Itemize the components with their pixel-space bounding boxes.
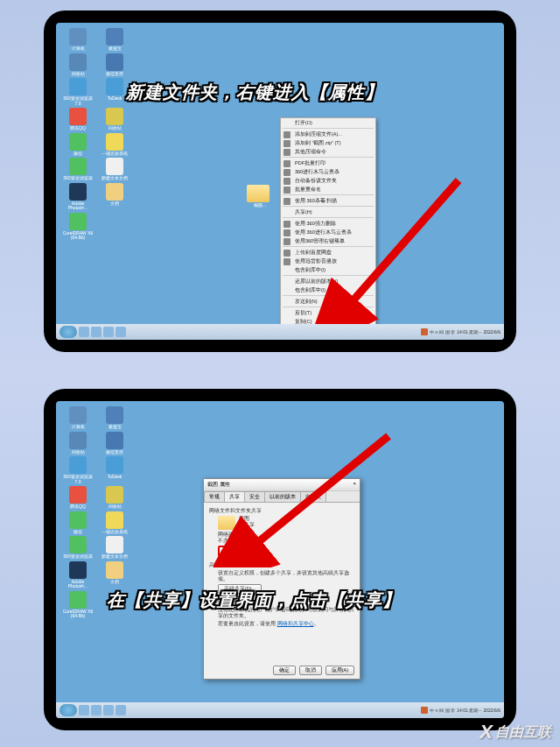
menu-item[interactable]: 其他压缩命令: [281, 147, 375, 156]
taskbar-icon[interactable]: [103, 327, 114, 337]
desktop-icon[interactable]: 360安全浏览器7.0: [61, 78, 94, 106]
desktop-icon[interactable]: 微信: [61, 511, 94, 535]
tray-text: 中 ⊙ 回 国 学: [430, 329, 456, 335]
taskbar-icon[interactable]: [91, 327, 102, 337]
app-icon: [69, 28, 87, 46]
desktop-icon[interactable]: 360安全浏览器7.0: [61, 456, 94, 484]
menu-item[interactable]: 添加到压缩文件(A)...: [281, 130, 375, 138]
desktop-icon[interactable]: 新建文本文档: [98, 536, 131, 560]
app-icon: [106, 53, 123, 71]
desktop-icon[interactable]: 一键还原系统: [98, 511, 131, 535]
menu-item[interactable]: 包含到库中(I): [281, 285, 375, 294]
app-icon: [69, 108, 87, 125]
tray-icon[interactable]: [421, 328, 428, 335]
desktop-icon[interactable]: 腾讯QQ: [61, 486, 94, 510]
app-icon: [106, 158, 123, 175]
desktop-icon[interactable]: ToDesk: [98, 456, 131, 484]
menu-item[interactable]: 发送到(N): [281, 297, 375, 306]
desktop-icon[interactable]: CorelDRAW X6 (64-Bit): [61, 591, 94, 619]
menu-item[interactable]: 使用 360杀毒 扫描: [281, 196, 375, 205]
menu-item[interactable]: 360进行木马云查杀: [281, 167, 375, 176]
desktop-icon[interactable]: 文档: [98, 561, 131, 589]
ok-button[interactable]: 确定: [273, 666, 296, 675]
pwd-link-pre: 若要更改此设置，请使用: [218, 621, 276, 626]
menu-separator: [283, 206, 374, 207]
desktop-icon[interactable]: 360安全浏览器: [61, 536, 94, 560]
share-button[interactable]: 共享(S)...: [218, 546, 253, 557]
start-button[interactable]: [60, 704, 77, 716]
app-icon: [106, 432, 123, 449]
desktop-icon[interactable]: 微信宣传: [98, 53, 131, 77]
menu-item[interactable]: 使用 360进行木马云查杀: [281, 228, 375, 236]
desktop-icon[interactable]: 极速宝: [98, 28, 131, 52]
desktop-icon[interactable]: 微信宣传: [98, 432, 131, 455]
desktop-icon[interactable]: 360安全浏览器: [61, 158, 94, 181]
desktop-icon[interactable]: 计算机: [61, 406, 94, 430]
desktop-icon[interactable]: 新建文本文档: [98, 158, 131, 181]
desktop-icon[interactable]: 微信: [61, 133, 94, 157]
taskbar-icon[interactable]: [91, 705, 102, 715]
menu-item[interactable]: PDF批量打印: [281, 159, 375, 167]
menu-item[interactable]: 包含到库中(I): [281, 265, 375, 274]
desktop-icon[interactable]: 极速宝: [98, 406, 131, 430]
desktop-icon[interactable]: Adobe Photosh...: [61, 183, 94, 211]
apply-button[interactable]: 应用(A): [326, 666, 354, 675]
tab-常规[interactable]: 常规: [204, 491, 225, 502]
menu-item[interactable]: 共享(H): [281, 208, 375, 216]
tab-自定义[interactable]: 自定义: [300, 491, 326, 502]
desktop-icon[interactable]: CorelDRAW X6 (64-Bit): [61, 213, 94, 241]
menu-separator: [283, 307, 374, 307]
clock: 14:01 星期一 2022/6/6: [457, 329, 500, 335]
icon-label: 腾讯QQ: [70, 126, 86, 131]
menu-item[interactable]: 使用迅雷影音播放: [281, 257, 375, 265]
folder-icon: [218, 516, 235, 530]
desktop-icon[interactable]: 回收站: [61, 53, 94, 77]
icon-label: Adobe Photosh...: [61, 580, 94, 589]
taskbar-icon[interactable]: [116, 327, 126, 337]
section-heading: 网络文件和文件夹共享: [209, 508, 354, 514]
menu-item[interactable]: 使用360管理右键菜单: [281, 236, 375, 245]
desktop-icon[interactable]: 腾讯QQ: [61, 108, 94, 131]
desktop-icon[interactable]: 文档: [98, 183, 131, 211]
desktop-icon-grid: 计算机极速宝回收站微信宣传360安全浏览器7.0ToDesk腾讯QQ回收站微信一…: [61, 28, 131, 241]
desktop-icon-grid: 计算机极速宝回收站微信宣传360安全浏览器7.0ToDesk腾讯QQ回收站微信一…: [61, 406, 131, 619]
app-icon: [69, 78, 87, 95]
tab-共享[interactable]: 共享: [224, 491, 245, 502]
desktop-icon[interactable]: 回收站: [98, 486, 131, 510]
start-button[interactable]: [60, 326, 77, 338]
icon-label: 360安全浏览器: [63, 554, 92, 560]
folder-icon: [247, 185, 270, 202]
desktop-icon[interactable]: 回收站: [61, 432, 94, 455]
tab-以前的版本[interactable]: 以前的版本: [264, 491, 301, 502]
watermark: X 自由互联: [480, 721, 551, 743]
new-folder[interactable]: 截图...: [247, 185, 273, 211]
desktop-icon[interactable]: 回收站: [98, 108, 131, 131]
menu-item[interactable]: 上传到百度网盘: [281, 248, 375, 257]
menu-item[interactable]: 剪切(T): [281, 308, 375, 317]
app-icon: [69, 432, 87, 449]
tab-安全[interactable]: 安全: [244, 491, 265, 502]
taskbar-icon[interactable]: [103, 705, 114, 715]
close-icon[interactable]: ×: [353, 481, 356, 489]
menu-item[interactable]: 打开(O): [281, 118, 375, 127]
tray-icon[interactable]: [421, 707, 428, 714]
taskbar-icon[interactable]: [79, 705, 89, 715]
menu-item[interactable]: 还原以前的版本(V): [281, 277, 375, 285]
menu-separator: [283, 128, 374, 129]
menu-item[interactable]: 自动备份该文件夹: [281, 176, 375, 185]
desktop-icon[interactable]: Adobe Photosh...: [61, 561, 94, 589]
dialog-title-text: 截图 属性: [207, 481, 230, 489]
desktop-icon[interactable]: 一键还原系统: [98, 133, 131, 157]
network-center-link[interactable]: 网络和共享中心: [277, 621, 314, 626]
app-icon: [69, 456, 87, 474]
app-icon: [106, 28, 123, 46]
taskbar: 中 ⊙ 回 国 学 14:01 星期一 2022/6/6: [56, 324, 504, 340]
menu-item[interactable]: 添加到 "截图.zip" (T): [281, 138, 375, 147]
taskbar-icon[interactable]: [79, 327, 89, 337]
menu-item[interactable]: 使用 360强力删除: [281, 219, 375, 228]
taskbar-icon[interactable]: [116, 705, 126, 715]
icon-label: ToDesk: [108, 475, 122, 480]
menu-item[interactable]: 批量重命名: [281, 185, 375, 194]
cancel-button[interactable]: 取消: [299, 666, 322, 675]
desktop-icon[interactable]: 计算机: [61, 28, 94, 52]
